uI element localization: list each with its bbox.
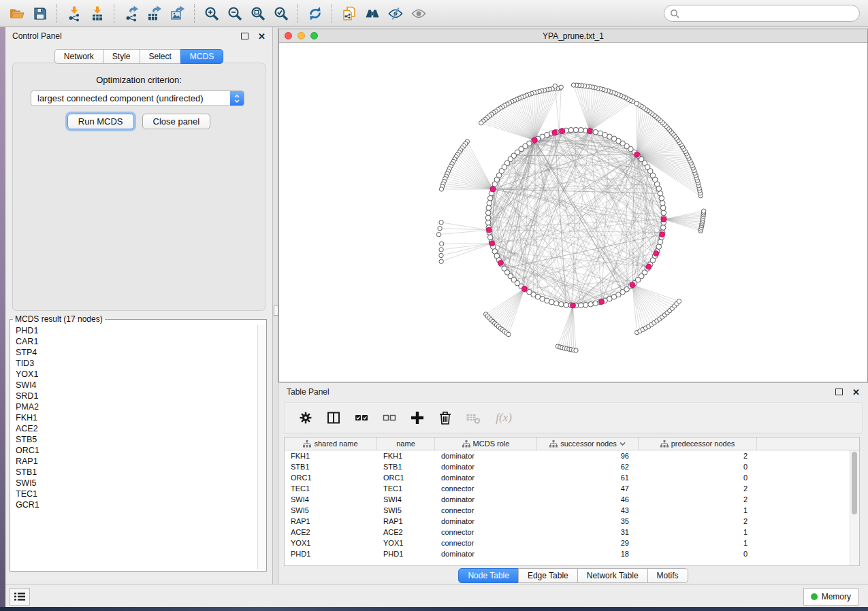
tab-mcds[interactable]: MCDS [180, 49, 223, 64]
zoom-selected-icon[interactable] [270, 3, 293, 24]
mcds-result-item[interactable]: SRD1 [16, 391, 257, 401]
float-panel-icon[interactable] [241, 33, 248, 39]
memory-button[interactable]: Memory [803, 588, 858, 606]
vertical-splitter[interactable] [272, 27, 278, 584]
control-panel-tabs: NetworkStyleSelectMCDS [54, 49, 223, 64]
refresh-icon[interactable] [304, 3, 327, 24]
table-row[interactable]: RAP1RAP1dominator352 [285, 516, 859, 527]
network-graph[interactable] [279, 43, 867, 382]
tab-network[interactable]: Network [54, 49, 103, 64]
table-header-row: shared namenameMCDS rolesuccessor nodesp… [285, 437, 859, 450]
tab-edge-table[interactable]: Edge Table [518, 568, 578, 583]
add-column-icon[interactable] [408, 409, 426, 427]
table-cell: 1 [639, 538, 757, 548]
column-header-name[interactable]: name [377, 437, 435, 450]
zoom-fit-icon[interactable] [246, 3, 270, 24]
table-cell: ORC1 [285, 472, 377, 483]
mcds-result-item[interactable]: SWI4 [16, 380, 257, 391]
close-panel-button[interactable]: Close panel [142, 114, 211, 129]
table-row[interactable]: SWI5SWI5connector431 [285, 505, 859, 516]
import-table-icon[interactable] [86, 3, 109, 24]
mcds-result-item[interactable]: YOX1 [16, 369, 257, 380]
table-cell: 1 [639, 527, 757, 538]
table-cell: FKH1 [377, 450, 435, 461]
mcds-result-item[interactable]: TID3 [16, 358, 257, 369]
mcds-result-item[interactable]: PMA2 [16, 401, 257, 412]
table-row[interactable]: TEC1TEC1connector472 [285, 483, 859, 494]
control-panel-header: Control Panel ✕ [5, 27, 272, 45]
table-cell: TEC1 [285, 483, 377, 494]
table-row[interactable]: STB1STB1dominator620 [285, 461, 859, 472]
tab-motifs[interactable]: Motifs [647, 568, 688, 583]
table-row[interactable]: ACE2ACE2connector311 [285, 527, 859, 538]
table-row[interactable]: YOX1YOX1connector291 [285, 538, 859, 548]
mcds-result-item[interactable]: TEC1 [16, 489, 257, 499]
run-mcds-button[interactable]: Run MCDS [67, 114, 134, 129]
table-row[interactable]: PHD1PHD1dominator180 [285, 548, 859, 559]
mcds-result-item[interactable]: FKH1 [16, 412, 257, 423]
table-scrollbar-thumb[interactable] [852, 452, 857, 514]
tab-style[interactable]: Style [103, 49, 140, 64]
columns-icon[interactable] [325, 409, 342, 427]
zoom-out-icon[interactable] [223, 3, 246, 24]
column-header-predecessor-nodes[interactable]: predecessor nodes [639, 437, 757, 450]
select-all-icon[interactable] [353, 409, 370, 427]
network-canvas[interactable] [279, 43, 867, 382]
main-toolbar [0, 0, 868, 27]
column-header-MCDS-role[interactable]: MCDS role [435, 437, 537, 450]
mcds-result-item[interactable]: CAR1 [16, 336, 257, 347]
close-window-icon[interactable] [285, 32, 292, 39]
desktop-background-left [0, 27, 5, 611]
mcds-result-item[interactable]: ORC1 [16, 445, 257, 456]
export-table-icon[interactable] [143, 3, 166, 24]
task-history-button[interactable] [10, 588, 30, 606]
mcds-result-item[interactable]: STB1 [16, 467, 257, 478]
splitter-grip[interactable] [274, 305, 278, 316]
mcds-result-item[interactable]: ACE2 [16, 423, 257, 434]
column-header-shared-name[interactable]: shared name [285, 437, 377, 450]
mcds-result-item[interactable]: GCR1 [16, 499, 257, 510]
mcds-result-item[interactable]: STP4 [16, 347, 257, 358]
save-icon[interactable] [29, 3, 52, 24]
table-panel-header: Table Panel ✕ [278, 383, 868, 401]
mcds-result-item[interactable]: STB5 [16, 434, 257, 445]
hide-selected-icon[interactable] [384, 3, 407, 24]
close-panel-icon[interactable]: ✕ [258, 32, 266, 41]
table-cell: 96 [537, 450, 639, 461]
minimize-window-icon[interactable] [298, 32, 305, 39]
show-all-icon[interactable] [407, 3, 430, 24]
mcds-list-scrollbar[interactable] [257, 325, 266, 569]
tab-network-table[interactable]: Network Table [577, 568, 648, 583]
mcds-result-title: MCDS result (17 nodes) [13, 314, 105, 324]
tab-select[interactable]: Select [140, 49, 181, 64]
deselect-all-icon[interactable] [381, 409, 398, 427]
toolbar-separator [298, 4, 299, 23]
import-network-icon[interactable] [63, 3, 86, 24]
desktop-background-bottom [0, 607, 868, 611]
table-row[interactable]: SWI4SWI4dominator462 [285, 494, 859, 505]
criterion-dropdown[interactable]: largest connected component (undirected) [31, 90, 244, 106]
gear-icon[interactable] [297, 409, 315, 427]
column-header-successor-nodes[interactable]: successor nodes [537, 437, 639, 450]
maximize-window-icon[interactable] [310, 32, 318, 39]
zoom-in-icon[interactable] [200, 3, 223, 24]
export-image-icon[interactable] [166, 3, 189, 24]
table-cell: SWI5 [285, 505, 377, 516]
mcds-result-item[interactable]: SWI5 [16, 478, 257, 489]
table-row[interactable]: FKH1FKH1dominator962 [285, 450, 859, 461]
open-folder-icon[interactable] [5, 3, 29, 24]
delete-column-icon[interactable] [436, 409, 454, 427]
search-network-icon[interactable] [361, 3, 384, 24]
mcds-result-item[interactable]: PHD1 [16, 325, 257, 336]
tab-node-table[interactable]: Node Table [458, 568, 519, 583]
toolbar-separator [194, 4, 195, 23]
toolbar-separator [114, 4, 115, 23]
close-table-panel-icon[interactable]: ✕ [852, 388, 860, 397]
search-input[interactable] [683, 8, 854, 19]
clone-network-icon[interactable] [338, 3, 361, 24]
export-network-icon[interactable] [120, 3, 143, 24]
table-scrollbar[interactable] [850, 450, 859, 565]
table-row[interactable]: ORC1ORC1dominator610 [285, 472, 859, 483]
float-table-panel-icon[interactable] [835, 389, 843, 395]
mcds-result-item[interactable]: RAP1 [16, 456, 257, 467]
